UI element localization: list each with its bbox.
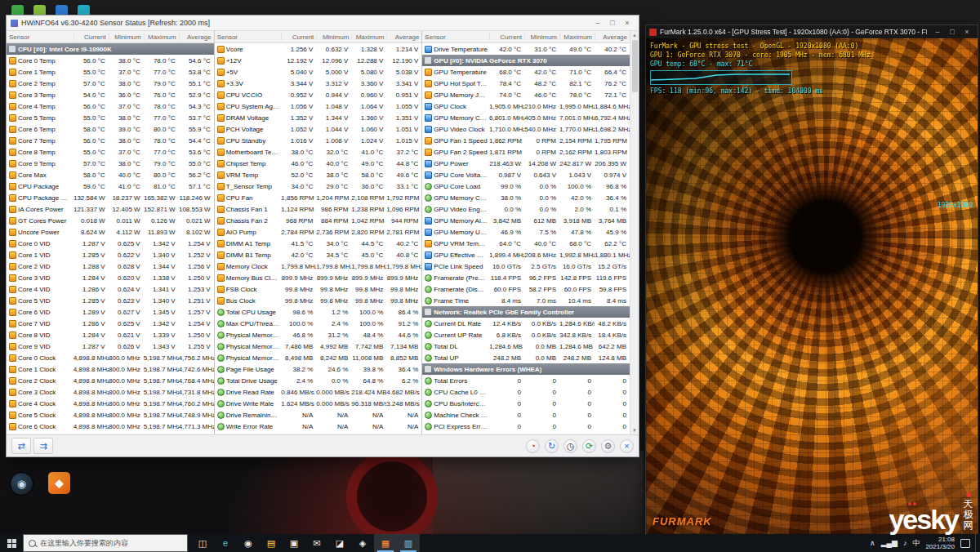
- sensor-row[interactable]: Drive Remaining LifeN/AN/AN/AN/A: [215, 409, 422, 421]
- hwinfo-taskbar-icon[interactable]: ▥: [397, 534, 420, 552]
- sensor-row[interactable]: Chassis Fan 2968 RPM884 RPM1,042 RPM944 …: [215, 215, 422, 226]
- show-desktop-button[interactable]: [975, 534, 980, 552]
- sensor-row[interactable]: Core 3 Temp54.0 °C36.0 °C76.0 °C52.9 °C: [7, 89, 214, 100]
- sensor-row[interactable]: GPU Clock1,905.0 MHz210.0 MHz1,995.0 MHz…: [422, 100, 630, 112]
- reset-values-icon[interactable]: ⟳: [582, 439, 596, 453]
- sensor-row[interactable]: Core 3 VID1.284 V0.620 V1.338 V1.250 V: [7, 272, 214, 283]
- sensor-group-header[interactable]: GPU [#0]: NVIDIA GeForce RTX 3070: [422, 55, 630, 66]
- mail-icon[interactable]: ✉: [305, 534, 328, 552]
- tray-expand-caret-icon[interactable]: ∧: [870, 539, 875, 547]
- sensor-row[interactable]: PCIe Link Speed16.0 GT/s2.5 GT/s16.0 GT/…: [422, 260, 630, 272]
- maximize-button[interactable]: □: [945, 27, 960, 38]
- column-header[interactable]: Minimum: [316, 33, 351, 41]
- sensor-row[interactable]: FSB Clock99.8 MHz99.8 MHz99.8 MHz99.8 MH…: [215, 283, 422, 295]
- sensor-row[interactable]: DIMM A1 Temp41.5 °C34.0 °C44.5 °C40.2 °C: [215, 238, 422, 249]
- sensor-row[interactable]: Chipset Temp46.0 °C40.0 °C49.0 °C44.8 °C: [215, 158, 422, 169]
- sensor-row[interactable]: IA Cores Power121.337 W12.405 W152.871 W…: [7, 203, 214, 215]
- furmark-titlebar[interactable]: FurMark 1.25.0.0 x64 - [GPU Stress Test]…: [646, 25, 978, 38]
- sensor-row[interactable]: Total Errors0000: [422, 375, 630, 386]
- sensor-row[interactable]: Framerate (Displayed)60.0 FPS58.2 FPS60.…: [422, 283, 630, 295]
- column-header[interactable]: Maximum: [351, 33, 386, 41]
- column-header[interactable]: Sensor: [215, 33, 282, 41]
- column-header[interactable]: Current: [281, 33, 316, 41]
- sensor-row[interactable]: Drive Read Rate0.846 MB/s0.000 MB/s218.4…: [215, 386, 422, 398]
- search-input[interactable]: 在这里输入你要搜索的内容: [23, 534, 188, 552]
- sensor-row[interactable]: GPU Core Voltage0.987 V0.643 V1.043 V0.9…: [422, 169, 630, 180]
- sensor-row[interactable]: Core 6 Clock4,898.8 MHz800.0 MHz5,198.7 …: [7, 421, 214, 432]
- sensor-row[interactable]: Core 0 Temp56.0 °C38.0 °C78.0 °C54.6 °C: [7, 55, 214, 66]
- sensor-row[interactable]: Core 5 Temp55.0 °C38.0 °C77.0 °C53.7 °C: [7, 112, 214, 123]
- sensor-row[interactable]: Bus Clock99.8 MHz99.8 MHz99.8 MHz99.8 MH…: [215, 295, 422, 306]
- sensor-row[interactable]: Core 2 Clock4,898.8 MHz800.0 MHz5,198.7 …: [7, 375, 214, 386]
- column-header[interactable]: Average: [179, 33, 214, 41]
- sensor-group-header[interactable]: Network: Realtek PCIe GbE Family Control…: [422, 306, 630, 318]
- sensor-group-header[interactable]: CPU [#0]: Intel Core i9-10900K: [7, 43, 214, 55]
- sensor-row[interactable]: CPU Package Power132.584 W18.237 W165.38…: [7, 192, 214, 203]
- steam-icon[interactable]: ◉: [10, 472, 33, 496]
- sensor-row[interactable]: Core 4 Temp56.0 °C37.0 °C78.0 °C54.3 °C: [7, 100, 214, 112]
- start-button[interactable]: [0, 534, 23, 552]
- sensor-row[interactable]: GPU Fan 2 Speed1,871 RPM0 RPM2,162 RPM1,…: [422, 146, 630, 158]
- sensor-row[interactable]: GPU Power218.463 W14.208 W242.817 W206.3…: [422, 158, 630, 169]
- scroll-thumb[interactable]: [632, 40, 638, 92]
- close-sensors-icon[interactable]: ×: [620, 439, 634, 453]
- sensor-row[interactable]: Core 8 Temp55.0 °C37.0 °C77.0 °C53.6 °C: [7, 146, 214, 158]
- sensor-row[interactable]: +3.3V3.344 V3.312 V3.360 V3.341 V: [215, 78, 422, 89]
- column-header[interactable]: Sensor: [7, 33, 74, 41]
- sensor-row[interactable]: CPU Bus/Interconnect Errors0000: [422, 398, 630, 409]
- sensor-row[interactable]: GPU Hot Spot Temperature78.4 °C48.2 °C82…: [422, 78, 630, 89]
- notification-icon[interactable]: [960, 539, 970, 548]
- photos-icon[interactable]: ◪: [328, 534, 351, 552]
- settings-app-icon[interactable]: ◈: [351, 534, 374, 552]
- sensor-row[interactable]: Page File Usage38.2 %24.6 %39.8 %36.4 %: [215, 363, 422, 375]
- sensor-row[interactable]: GPU Video Engine Load0.0 %0.0 %2.0 %0.1 …: [422, 203, 630, 215]
- sensor-row[interactable]: GPU Memory Junction Temp74.0 °C46.0 °C78…: [422, 89, 630, 100]
- close-button[interactable]: ×: [960, 27, 974, 38]
- sensor-row[interactable]: Core 2 VID1.288 V0.628 V1.344 V1.256 V: [7, 260, 214, 272]
- sensor-row[interactable]: Core 3 Clock4,898.8 MHz800.0 MHz5,198.7 …: [7, 386, 214, 398]
- sensor-row[interactable]: Core 0 Clock4,898.8 MHz800.0 MHz5,198.7 …: [7, 352, 214, 363]
- sensor-row[interactable]: Core 2 Temp57.0 °C38.0 °C79.0 °C55.1 °C: [7, 78, 214, 89]
- chrome-icon[interactable]: ◉: [237, 534, 260, 552]
- sensor-row[interactable]: CPU Package59.0 °C41.0 °C81.0 °C57.1 °C: [7, 180, 214, 192]
- sensor-row[interactable]: Core 9 Temp57.0 °C38.0 °C79.0 °C55.0 °C: [7, 158, 214, 169]
- sensor-row[interactable]: Drive Temperature42.0 °C31.0 °C49.0 °C40…: [422, 43, 630, 55]
- logging-icon[interactable]: ↻: [545, 439, 559, 453]
- expand-columns-icon[interactable]: ⇉: [33, 438, 53, 454]
- sensor-row[interactable]: Core 9 VID1.287 V0.626 V1.343 V1.255 V: [7, 341, 214, 352]
- sensor-row[interactable]: Memory Bus Clock899.9 MHz899.9 MHz899.9 …: [215, 272, 422, 283]
- sensor-row[interactable]: GPU Core Load99.0 %0.0 %100.0 %96.8 %: [422, 180, 630, 192]
- sensor-row[interactable]: Core 8 VID1.284 V0.621 V1.339 V1.250 V: [7, 329, 214, 341]
- sensor-row[interactable]: GPU Fan 1 Speed1,862 RPM0 RPM2,154 RPM1,…: [422, 135, 630, 146]
- sensor-row[interactable]: Max CPU/Thread Usage100.0 %2.4 %100.0 %9…: [215, 318, 422, 329]
- sensor-row[interactable]: Current UP Rate6.8 KB/s0.0 KB/s342.8 KB/…: [422, 329, 630, 341]
- sensor-row[interactable]: Core 0 VID1.287 V0.625 V1.342 V1.254 V: [7, 238, 214, 249]
- column-header[interactable]: Sensor: [422, 33, 489, 41]
- sensor-row[interactable]: CPU Fan1,856 RPM1,204 RPM2,108 RPM1,792 …: [215, 192, 422, 203]
- sensor-row[interactable]: Core 5 Clock4,898.8 MHz800.0 MHz5,198.7 …: [7, 409, 214, 421]
- column-header[interactable]: Average: [386, 33, 421, 41]
- column-header[interactable]: Maximum: [144, 33, 179, 41]
- scroll-up-icon[interactable]: ▲: [632, 32, 637, 38]
- sensor-row[interactable]: GT Cores Power0.018 W0.011 W0.126 W0.021…: [7, 215, 214, 226]
- sensor-row[interactable]: Core 7 Temp56.0 °C38.0 °C78.0 °C54.4 °C: [7, 135, 214, 146]
- column-header[interactable]: Maximum: [559, 33, 595, 41]
- sensor-row[interactable]: GPU Memory Allocated3,842 MB612 MB3,918 …: [422, 215, 630, 226]
- close-button[interactable]: ×: [620, 18, 635, 29]
- sensor-row[interactable]: Uncore Power8.624 W4.112 W11.893 W8.102 …: [7, 226, 214, 238]
- sensor-row[interactable]: AIO Pump2,784 RPM2,736 RPM2,820 RPM2,781…: [215, 226, 422, 238]
- sensor-row[interactable]: Machine Check Exception0000: [422, 409, 630, 421]
- gauge-icon[interactable]: ◔: [526, 439, 540, 453]
- file-explorer-icon[interactable]: ▤: [260, 534, 283, 552]
- sensor-row[interactable]: Core 1 VID1.285 V0.622 V1.340 V1.252 V: [7, 249, 214, 260]
- sensor-row[interactable]: +5V5.040 V5.000 V5.080 V5.038 V: [215, 66, 422, 78]
- task-view-button[interactable]: ◫: [191, 534, 214, 552]
- maximize-button[interactable]: □: [605, 18, 620, 29]
- sensor-row[interactable]: CPU Standby1.016 V1.008 V1.024 V1.015 V: [215, 135, 422, 146]
- ime-indicator[interactable]: 中: [912, 538, 920, 549]
- column-header[interactable]: Current: [74, 33, 109, 41]
- scroll-down-icon[interactable]: ▼: [632, 427, 637, 434]
- sensor-row[interactable]: GPU Effective Clock1,899.4 MHz208.6 MHz1…: [422, 249, 630, 260]
- sensor-row[interactable]: Frame Time8.4 ms7.0 ms10.4 ms8.4 ms: [422, 295, 630, 306]
- sensor-row[interactable]: GPU Memory Clock6,801.0 MHz405.0 MHz7,00…: [422, 112, 630, 123]
